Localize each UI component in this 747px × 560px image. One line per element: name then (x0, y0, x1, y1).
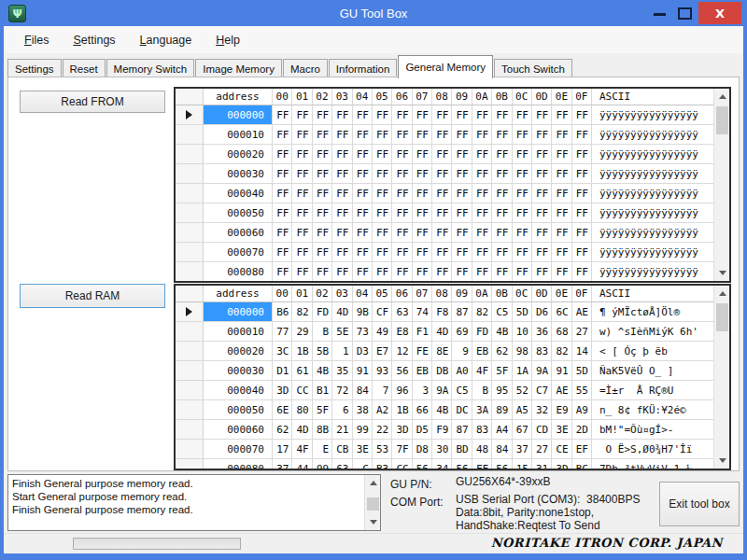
hex-cell[interactable]: FF (452, 145, 472, 163)
hex-cell[interactable]: FF (273, 262, 292, 281)
hex-cell[interactable]: FF (432, 184, 452, 203)
address-cell[interactable]: 000020 (204, 342, 273, 360)
hex-cell[interactable]: C5 (492, 302, 512, 321)
hex-cell[interactable]: C7 (532, 381, 552, 399)
hex-cell[interactable]: FF (532, 223, 552, 242)
hex-cell[interactable]: 53 (373, 440, 392, 458)
hex-cell[interactable]: FF (572, 164, 592, 183)
hex-cell[interactable]: 72 (332, 381, 352, 399)
hex-cell[interactable]: FF (332, 184, 352, 203)
hex-cell[interactable]: FF (513, 203, 532, 222)
tab-macro[interactable]: Macro (283, 59, 328, 78)
hex-cell[interactable]: F9 (432, 420, 452, 439)
hex-cell[interactable]: D5 (413, 420, 432, 439)
tab-reset[interactable]: Reset (63, 59, 106, 78)
hex-cell[interactable]: 10 (513, 322, 532, 341)
hex-cell[interactable]: 35 (332, 361, 352, 380)
hex-cell[interactable]: B (313, 322, 332, 341)
hex-cell[interactable]: FF (413, 223, 432, 242)
hex-cell[interactable]: FF (432, 125, 452, 144)
hex-cell[interactable]: 8E (432, 342, 452, 360)
hex-cell[interactable]: FF (273, 145, 292, 163)
hex-cell[interactable]: 3A (472, 400, 492, 419)
hex-cell[interactable]: FF (373, 243, 392, 261)
hex-cell[interactable]: 5F (313, 400, 332, 419)
hex-cell[interactable]: FF (353, 105, 373, 124)
hex-cell[interactable]: FF (572, 203, 592, 222)
hex-cell[interactable]: FF (353, 203, 373, 222)
hex-cell[interactable]: 4B (492, 322, 512, 341)
hex-cell[interactable]: FF (532, 125, 552, 144)
table-row[interactable]: 000020FFFFFFFFFFFFFFFFFFFFFFFFFFFFFFFFÿÿ… (176, 145, 713, 164)
table-row[interactable]: 000050FFFFFFFFFFFFFFFFFFFFFFFFFFFFFFFFÿÿ… (176, 203, 713, 223)
hex-cell[interactable]: CC (392, 459, 412, 470)
hex-cell[interactable]: 17 (273, 440, 292, 458)
hex-cell[interactable]: 1A (513, 361, 532, 380)
hex-cell[interactable]: 5B (313, 342, 332, 360)
hex-cell[interactable]: FF (492, 262, 512, 281)
hex-cell[interactable]: F8 (432, 302, 452, 321)
hex-cell[interactable]: 9A (432, 381, 452, 399)
table-row[interactable]: 00008037449963CB3CC563456FF5615313DBC7Db… (176, 459, 713, 470)
hex-cell[interactable]: 4B (432, 400, 452, 419)
tab-image-memory[interactable]: Image Memory (195, 59, 282, 78)
hex-cell[interactable]: 3C (273, 342, 292, 360)
hex-cell[interactable]: FF (392, 145, 412, 163)
hex-cell[interactable]: 99 (313, 459, 332, 470)
hex-cell[interactable]: 63 (392, 302, 412, 321)
tab-touch-switch[interactable]: Touch Switch (494, 59, 572, 78)
table-row[interactable]: 0000403DCCB1728479639AC5B9552C7AE55=Ì±r … (176, 381, 713, 400)
hex-cell[interactable]: FF (532, 164, 552, 183)
hex-cell[interactable]: FF (532, 184, 552, 203)
scroll-up-icon[interactable] (714, 89, 730, 105)
table-row[interactable]: 000010FFFFFFFFFFFFFFFFFFFFFFFFFFFFFFFFÿÿ… (176, 125, 713, 145)
hex-cell[interactable]: FF (572, 145, 592, 163)
hex-cell[interactable]: FF (532, 262, 552, 281)
address-cell[interactable]: 000000 (204, 105, 273, 124)
hex-cell[interactable]: FF (332, 105, 352, 124)
hex-cell[interactable]: 83 (472, 420, 492, 439)
hex-cell[interactable]: FF (353, 125, 373, 144)
hex-cell[interactable]: FF (392, 184, 412, 203)
hex-cell[interactable]: FF (313, 184, 332, 203)
hex-cell[interactable]: FF (552, 184, 571, 203)
hex-cell[interactable]: 66 (413, 400, 432, 419)
hex-cell[interactable]: FF (413, 262, 432, 281)
hex-cell[interactable]: 83 (532, 342, 552, 360)
minimize-icon[interactable] (654, 13, 666, 16)
table-row[interactable]: 000060FFFFFFFFFFFFFFFFFFFFFFFFFFFFFFFFÿÿ… (176, 223, 713, 243)
hex-cell[interactable]: FE (413, 342, 432, 360)
hex-cell[interactable]: FF (492, 125, 512, 144)
hex-cell[interactable]: FF (432, 262, 452, 281)
hex-cell[interactable]: 12 (392, 342, 412, 360)
table-row[interactable]: 000000B682FD4D9BCF6374F88782C55DD66CAE¶ … (176, 302, 713, 322)
hex-cell[interactable]: EF (572, 440, 592, 458)
hex-cell[interactable]: 14 (572, 342, 592, 360)
hex-cell[interactable]: FF (313, 105, 332, 124)
hex-cell[interactable]: FF (413, 203, 432, 222)
hex-cell[interactable]: FF (452, 105, 472, 124)
hex-cell[interactable]: FF (552, 262, 571, 281)
hex-cell[interactable]: D8 (413, 440, 432, 458)
hex-cell[interactable]: FF (292, 184, 312, 203)
hex-cell[interactable]: FF (492, 105, 512, 124)
hex-cell[interactable]: 21 (332, 420, 352, 439)
hex-cell[interactable]: FF (292, 243, 312, 261)
hex-cell[interactable]: 32 (532, 400, 552, 419)
hex-cell[interactable]: 91 (552, 361, 571, 380)
hex-cell[interactable]: FF (313, 223, 332, 242)
hex-cell[interactable]: 4D (292, 420, 312, 439)
hex-cell[interactable]: D1 (273, 361, 292, 380)
address-cell[interactable]: 000080 (204, 262, 273, 281)
hex-cell[interactable]: 96 (392, 381, 412, 399)
hex-cell[interactable]: FF (332, 145, 352, 163)
hex-cell[interactable]: FF (332, 243, 352, 261)
hex-cell[interactable]: FF (552, 223, 571, 242)
table-row[interactable]: 000060624D8B2199223DD5F98783A467CD3E2DbM… (176, 420, 713, 440)
hex-cell[interactable]: FF (273, 105, 292, 124)
hex-cell[interactable]: FF (492, 203, 512, 222)
hex-cell[interactable]: 7F (392, 440, 412, 458)
hex-cell[interactable]: FF (472, 164, 492, 183)
hex-cell[interactable]: 82 (472, 302, 492, 321)
hex-cell[interactable]: E9 (552, 400, 571, 419)
